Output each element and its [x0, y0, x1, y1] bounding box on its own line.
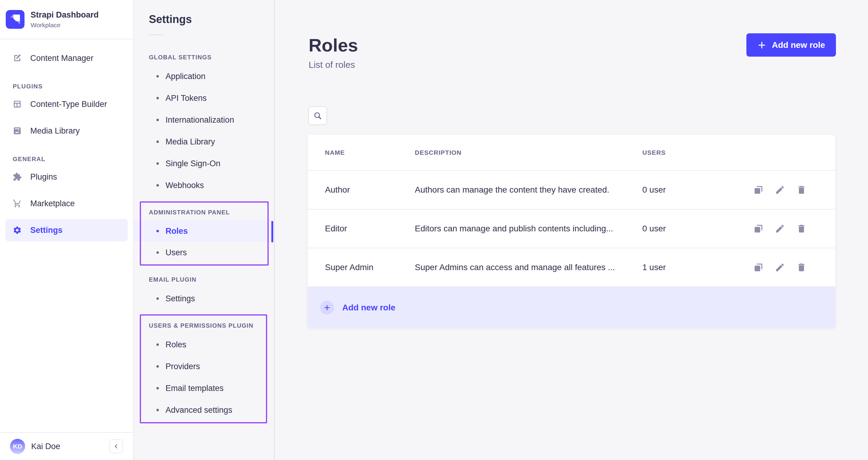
bullet-icon: [156, 141, 159, 143]
delete-icon[interactable]: [796, 262, 807, 272]
table-row-author[interactable]: Author Authors can manage the content th…: [308, 170, 835, 209]
subnav-item-webhooks[interactable]: Webhooks: [134, 174, 274, 196]
subnav-item-up-roles[interactable]: Roles: [134, 334, 274, 355]
table-row-editor[interactable]: Editor Editors can manage and publish co…: [308, 209, 835, 248]
sidebar-item-media-library[interactable]: Media Library: [0, 117, 133, 144]
duplicate-icon[interactable]: [753, 185, 764, 195]
sidebar-item-label: Marketplace: [30, 199, 75, 208]
sidebar-item-settings[interactable]: Settings: [0, 217, 133, 243]
page-subtitle: List of roles: [309, 60, 355, 70]
plus-circle: [320, 301, 334, 315]
subnav-item-label: Users: [165, 248, 187, 257]
settings-title: Settings: [149, 12, 274, 27]
gear-icon: [13, 226, 22, 235]
column-header-users: USERS: [642, 149, 748, 156]
sidebar-item-marketplace[interactable]: Marketplace: [0, 190, 133, 217]
pen-square-icon: [13, 54, 22, 63]
subnav-item-label: API Tokens: [165, 93, 207, 103]
column-header-name: NAME: [308, 149, 398, 156]
subnav-item-label: Application: [165, 72, 206, 81]
active-item-indicator: [271, 221, 273, 242]
edit-icon[interactable]: [775, 185, 785, 195]
role-users-count: 0 user: [642, 185, 748, 195]
bullet-icon: [156, 343, 159, 346]
subnav-item-single-sign-on[interactable]: Single Sign-On: [134, 153, 274, 174]
subnav-item-label: Media Library: [165, 137, 215, 147]
strapi-logo-icon: [6, 10, 25, 29]
bullet-icon: [156, 75, 159, 78]
group-administration-panel: Roles Users: [134, 221, 274, 263]
cart-icon: [13, 199, 22, 208]
page-title: Roles: [309, 34, 358, 56]
workspace-brand[interactable]: Strapi Dashboard Workplace: [0, 0, 133, 39]
avatar[interactable]: KD: [10, 439, 25, 454]
puzzle-icon: [13, 172, 22, 181]
column-header-description: DESCRIPTION: [398, 149, 642, 156]
subnav-item-label: Roles: [165, 340, 186, 349]
group-global-settings: Application API Tokens Internationalizat…: [134, 65, 274, 196]
duplicate-icon[interactable]: [753, 224, 764, 234]
sidebar-section-general: GENERAL: [0, 154, 133, 164]
add-new-role-button-label: Add new role: [772, 40, 825, 50]
table-row-super-admin[interactable]: Super Admin Super Admins can access and …: [308, 248, 835, 286]
edit-icon[interactable]: [775, 224, 785, 234]
table-footer-add-role[interactable]: Add new role: [308, 286, 835, 328]
sidebar-item-content-type-builder[interactable]: Content-Type Builder: [0, 91, 133, 117]
subnav-item-up-providers[interactable]: Providers: [134, 355, 274, 377]
group-email-plugin: Settings: [134, 288, 274, 310]
user-name: Kai Doe: [31, 442, 109, 451]
subnav-item-application[interactable]: Application: [134, 65, 274, 87]
subnav-item-up-email-templates[interactable]: Email templates: [134, 377, 274, 399]
delete-icon[interactable]: [796, 224, 807, 234]
subnav-item-label: Email templates: [165, 384, 224, 393]
role-description: Super Admins can access and manage all f…: [398, 263, 642, 272]
search-icon: [313, 111, 322, 120]
layout-icon: [13, 99, 22, 109]
role-name: Author: [308, 185, 398, 195]
sidebar-item-label: Content-Type Builder: [30, 99, 107, 109]
role-description: Authors can manage the content they have…: [398, 185, 642, 195]
subnav-item-up-advanced-settings[interactable]: Advanced settings: [134, 399, 274, 421]
group-label-users-permissions-plugin: USERS & PERMISSIONS PLUGIN: [134, 321, 274, 330]
main-content: Roles List of roles Add new role NAME DE…: [275, 0, 868, 460]
main-sidebar: Strapi Dashboard Workplace Content Manag…: [0, 0, 134, 460]
add-new-role-button[interactable]: Add new role: [746, 33, 836, 57]
subnav-item-api-tokens[interactable]: API Tokens: [134, 87, 274, 109]
plus-icon: [757, 40, 766, 50]
delete-icon[interactable]: [796, 185, 807, 195]
role-name: Super Admin: [308, 263, 398, 272]
subnav-item-label: Single Sign-On: [165, 159, 221, 168]
role-users-count: 1 user: [642, 263, 748, 272]
subnav-item-label: Settings: [165, 294, 195, 304]
bullet-icon: [156, 162, 159, 165]
edit-icon[interactable]: [775, 262, 785, 272]
subnav-item-email-settings[interactable]: Settings: [134, 288, 274, 310]
divider: [149, 34, 163, 35]
subnav-item-label: Roles: [165, 227, 188, 236]
subnav-item-admin-roles[interactable]: Roles: [134, 221, 274, 242]
strapi-admin-app: Strapi Dashboard Workplace Content Manag…: [0, 0, 868, 460]
group-users-permissions-plugin: Roles Providers Email templates Advanced…: [134, 334, 274, 421]
bullet-icon: [156, 297, 159, 300]
footer-add-role-label: Add new role: [342, 303, 396, 313]
group-label-email-plugin: EMAIL PLUGIN: [134, 275, 274, 284]
sidebar-item-content-manager[interactable]: Content Manager: [0, 45, 133, 71]
subnav-item-media-library[interactable]: Media Library: [134, 131, 274, 153]
role-name: Editor: [308, 224, 398, 233]
subnav-item-admin-users[interactable]: Users: [134, 242, 274, 263]
bullet-icon: [156, 230, 159, 232]
sidebar-nav: Content Manager PLUGINS Content-Type Bui…: [0, 39, 133, 243]
subnav-item-internationalization[interactable]: Internationalization: [134, 109, 274, 131]
search-button[interactable]: [308, 106, 327, 125]
sidebar-collapse-button[interactable]: [109, 439, 123, 453]
settings-subnav: Settings GLOBAL SETTINGS Application API…: [134, 0, 275, 460]
subnav-item-label: Providers: [165, 362, 200, 371]
sidebar-item-label: Settings: [30, 226, 63, 235]
bullet-icon: [156, 251, 159, 254]
bullet-icon: [156, 387, 159, 390]
chevron-left-icon: [113, 443, 120, 450]
sidebar-item-label: Media Library: [30, 126, 80, 136]
sidebar-item-plugins[interactable]: Plugins: [0, 164, 133, 190]
duplicate-icon[interactable]: [753, 262, 764, 272]
subnav-item-label: Internationalization: [165, 115, 234, 125]
